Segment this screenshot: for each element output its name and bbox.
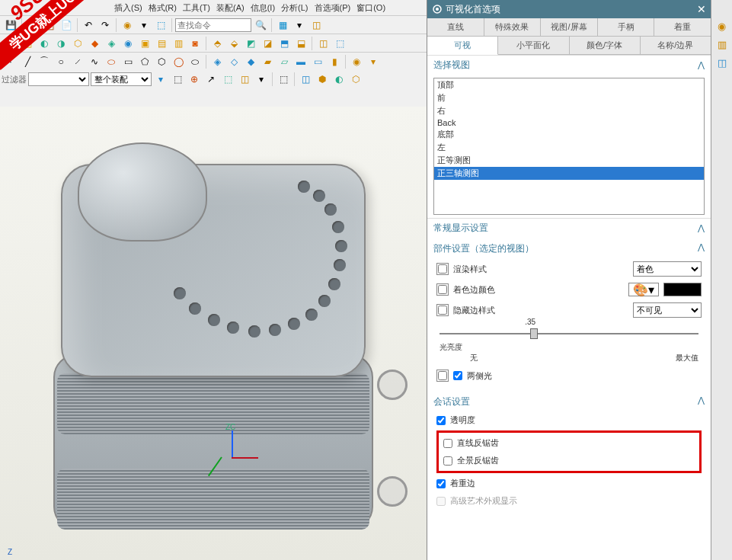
emphasis-edge-checkbox[interactable] — [436, 479, 446, 488]
tab-color-font[interactable]: 颜色/字体 — [570, 37, 641, 54]
curve-icon-8[interactable]: ▭ — [120, 54, 136, 69]
solid-icon-17[interactable]: ⬒ — [276, 36, 292, 51]
f-icon-11[interactable]: ◐ — [331, 72, 347, 87]
solid-icon-2[interactable]: ◧ — [20, 36, 35, 51]
section-select-view[interactable]: 选择视图 ⋀ — [427, 55, 711, 75]
solid-icon-9[interactable]: ▣ — [137, 36, 152, 51]
curve-icon-10[interactable]: ⬡ — [154, 54, 169, 69]
part-settings-header[interactable]: 部件设置（选定的视图） ⋀ — [433, 239, 705, 258]
menu-assembly[interactable]: 装配(A) — [216, 2, 245, 14]
copy-icon[interactable]: 📋 — [42, 18, 57, 33]
redo-icon[interactable]: ↷ — [97, 18, 113, 33]
view-item-right[interactable]: 右 — [434, 104, 704, 117]
tool-icon-1[interactable]: ◉ — [120, 18, 135, 33]
strip-icon-2[interactable]: ▥ — [714, 37, 730, 52]
view-item-tri[interactable]: 正三轴测图 — [434, 167, 704, 180]
save-icon[interactable]: 💾 — [3, 18, 18, 33]
tab-view-screen[interactable]: 视图/屏幕 — [541, 18, 598, 36]
slider-thumb[interactable] — [530, 328, 538, 339]
menu-preferences[interactable]: 首选项(P) — [315, 2, 351, 14]
menu-analysis[interactable]: 分析(L) — [281, 2, 308, 14]
view-item-back[interactable]: Back — [434, 117, 704, 128]
surf-icon-1[interactable]: ◈ — [209, 54, 225, 69]
f-icon-3[interactable]: ⊕ — [187, 72, 202, 87]
solid-icon-10[interactable]: ▤ — [154, 36, 169, 51]
menu-insert[interactable]: 插入(S) — [114, 2, 142, 14]
solid-icon-6[interactable]: ◆ — [87, 36, 102, 51]
view-item-iso[interactable]: 正等测图 — [434, 154, 704, 167]
menu-tools[interactable]: 工具(T) — [183, 2, 210, 14]
undo-icon[interactable]: ↶ — [81, 18, 96, 33]
solid-icon-20[interactable]: ⬚ — [332, 36, 347, 51]
curve-icon-6[interactable]: ∿ — [87, 54, 102, 69]
f-icon-4[interactable]: ↗ — [203, 72, 219, 87]
f-icon-8[interactable]: ⬚ — [276, 72, 291, 87]
tab-visible[interactable]: 可视 — [427, 37, 498, 55]
surf-icon-3[interactable]: ◆ — [243, 54, 258, 69]
surf-icon-2[interactable]: ◇ — [226, 54, 241, 69]
curve-icon-1[interactable]: · — [3, 54, 18, 69]
hidden-edge-checkbox[interactable] — [438, 306, 447, 315]
solid-icon-19[interactable]: ◫ — [315, 36, 331, 51]
model-view[interactable] — [8, 107, 419, 556]
strip-icon-1[interactable]: ◉ — [714, 18, 730, 34]
tab-effects[interactable]: 特殊效果 — [484, 18, 542, 36]
two-sided-enable[interactable] — [438, 371, 447, 380]
paste-icon[interactable]: 📄 — [59, 18, 74, 33]
solid-icon-7[interactable]: ◈ — [104, 36, 119, 51]
color-swatch[interactable] — [663, 283, 702, 296]
tool-icon-2[interactable]: ▾ — [136, 18, 152, 33]
edge-color-checkbox[interactable] — [438, 285, 447, 294]
command-search-input[interactable] — [175, 18, 251, 32]
solid-icon-3[interactable]: ◐ — [37, 36, 52, 51]
curve-icon-12[interactable]: ⬭ — [187, 54, 203, 69]
f-icon-1[interactable]: ▾ — [153, 72, 168, 87]
grid-icon[interactable]: ▦ — [275, 18, 290, 33]
session-settings-header[interactable]: 会话设置 ⋀ — [433, 392, 705, 411]
section-display-settings[interactable]: 常规显示设置 ⋀ — [427, 218, 711, 238]
solid-icon-13[interactable]: ⬘ — [209, 36, 225, 51]
line-aa-checkbox[interactable] — [443, 439, 452, 448]
f-icon-2[interactable]: ⬚ — [170, 72, 185, 87]
solid-icon-11[interactable]: ▥ — [171, 36, 186, 51]
transparency-checkbox[interactable] — [436, 416, 446, 425]
assembly-combo[interactable]: 整个装配 — [91, 72, 152, 86]
solid-icon-16[interactable]: ◪ — [260, 36, 275, 51]
dropdown-icon[interactable]: ▾ — [292, 18, 307, 33]
surf-icon-9[interactable]: ◉ — [349, 54, 364, 69]
tab-name-border[interactable]: 名称/边界 — [641, 37, 711, 54]
solid-icon-18[interactable]: ⬓ — [293, 36, 308, 51]
view-item-front[interactable]: 前 — [434, 91, 704, 104]
menu-info[interactable]: 信息(I) — [251, 2, 275, 14]
close-icon[interactable]: ✕ — [697, 3, 706, 15]
f-icon-5[interactable]: ⬚ — [220, 72, 235, 87]
brightness-slider[interactable]: .35 — [440, 327, 698, 339]
f-icon-12[interactable]: ⬡ — [348, 72, 363, 87]
surf-icon-10[interactable]: ▾ — [366, 54, 381, 69]
curve-icon-7[interactable]: ⬭ — [104, 54, 119, 69]
view-item-left[interactable]: 左 — [434, 141, 704, 154]
surf-icon-8[interactable]: ▮ — [327, 54, 342, 69]
curve-icon-5[interactable]: ⟋ — [70, 54, 85, 69]
surf-icon-5[interactable]: ▱ — [276, 54, 292, 69]
f-icon-10[interactable]: ⬢ — [315, 72, 330, 87]
curve-icon-3[interactable]: ⌒ — [37, 54, 52, 69]
cut-icon[interactable]: ✂ — [25, 18, 40, 33]
strip-icon-3[interactable]: ◫ — [714, 55, 730, 70]
viewport[interactable]: ZC Z — [0, 107, 427, 560]
view-item-bottom[interactable]: 底部 — [434, 128, 704, 141]
curve-icon-4[interactable]: ○ — [53, 54, 69, 69]
view-list[interactable]: 顶部 前 右 Back 底部 左 正等测图 正三轴测图 — [433, 78, 705, 215]
surf-icon-6[interactable]: ▬ — [293, 54, 308, 69]
two-sided-checkbox[interactable] — [453, 371, 462, 380]
solid-icon-1[interactable]: ⬢ — [3, 36, 18, 51]
curve-icon-11[interactable]: ◯ — [171, 54, 186, 69]
view-item-top[interactable]: 顶部 — [434, 78, 704, 91]
solid-icon-12[interactable]: ◙ — [187, 36, 203, 51]
menu-format[interactable]: 格式(R) — [149, 2, 177, 14]
solid-icon-15[interactable]: ◩ — [243, 36, 258, 51]
tab-emphasis[interactable]: 着重 — [654, 18, 711, 36]
f-icon-7[interactable]: ▾ — [254, 72, 269, 87]
solid-icon-5[interactable]: ⬡ — [70, 36, 85, 51]
solid-icon-8[interactable]: ◉ — [120, 36, 136, 51]
